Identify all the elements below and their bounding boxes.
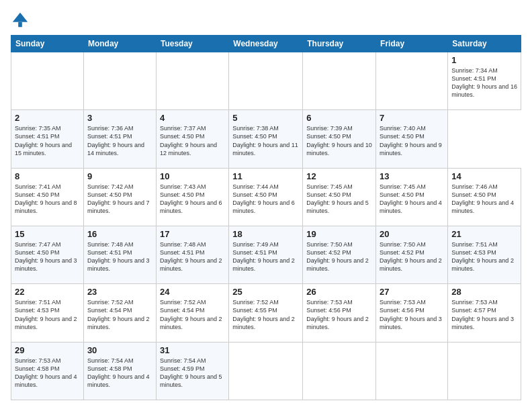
calendar-cell: 21 Sunrise: 7:51 AM Sunset: 4:53 PM Dayl…	[448, 226, 521, 283]
day-number: 6	[306, 113, 372, 123]
day-number: 10	[160, 171, 225, 181]
day-info: Sunrise: 7:43 AM Sunset: 4:50 PM Dayligh…	[160, 183, 225, 216]
day-number: 4	[160, 113, 225, 123]
calendar-cell: 30 Sunrise: 7:54 AM Sunset: 4:58 PM Dayl…	[83, 342, 156, 400]
th-sunday: Sunday	[11, 36, 84, 52]
calendar-cell: 14 Sunrise: 7:46 AM Sunset: 4:50 PM Dayl…	[448, 168, 521, 226]
day-info: Sunrise: 7:48 AM Sunset: 4:51 PM Dayligh…	[160, 240, 225, 273]
calendar-cell: 15 Sunrise: 7:47 AM Sunset: 4:50 PM Dayl…	[11, 226, 84, 283]
calendar-cell: 1 Sunrise: 7:34 AM Sunset: 4:51 PM Dayli…	[448, 52, 521, 110]
calendar-cell	[303, 52, 376, 110]
calendar-week-row: 22 Sunrise: 7:51 AM Sunset: 4:53 PM Dayl…	[11, 284, 521, 342]
day-info: Sunrise: 7:50 AM Sunset: 4:52 PM Dayligh…	[306, 240, 372, 273]
calendar-week-row: 8 Sunrise: 7:41 AM Sunset: 4:50 PM Dayli…	[11, 168, 521, 226]
day-number: 9	[87, 171, 152, 181]
day-info: Sunrise: 7:53 AM Sunset: 4:57 PM Dayligh…	[451, 298, 517, 331]
calendar-cell: 18 Sunrise: 7:49 AM Sunset: 4:51 PM Dayl…	[229, 226, 303, 283]
svg-rect-1	[18, 22, 22, 27]
calendar-body: 1 Sunrise: 7:34 AM Sunset: 4:51 PM Dayli…	[11, 52, 521, 400]
calendar-cell: 4 Sunrise: 7:37 AM Sunset: 4:50 PM Dayli…	[156, 110, 228, 168]
calendar-cell: 29 Sunrise: 7:53 AM Sunset: 4:58 PM Dayl…	[11, 342, 84, 400]
day-info: Sunrise: 7:35 AM Sunset: 4:51 PM Dayligh…	[15, 124, 80, 157]
weekday-header-row: Sunday Monday Tuesday Wednesday Thursday…	[11, 36, 521, 52]
day-info: Sunrise: 7:45 AM Sunset: 4:50 PM Dayligh…	[306, 183, 372, 216]
page: Sunday Monday Tuesday Wednesday Thursday…	[0, 0, 532, 411]
calendar-cell: 11 Sunrise: 7:44 AM Sunset: 4:50 PM Dayl…	[229, 168, 303, 226]
th-saturday: Saturday	[448, 36, 521, 52]
day-info: Sunrise: 7:39 AM Sunset: 4:50 PM Dayligh…	[306, 124, 372, 157]
day-number: 8	[15, 171, 80, 181]
day-number: 17	[160, 229, 225, 239]
calendar-cell: 27 Sunrise: 7:53 AM Sunset: 4:56 PM Dayl…	[376, 284, 448, 342]
day-info: Sunrise: 7:52 AM Sunset: 4:55 PM Dayligh…	[232, 298, 299, 331]
logo-icon	[11, 11, 30, 30]
calendar-cell: 17 Sunrise: 7:48 AM Sunset: 4:51 PM Dayl…	[156, 226, 228, 283]
day-number: 27	[380, 287, 444, 297]
calendar-week-row: 29 Sunrise: 7:53 AM Sunset: 4:58 PM Dayl…	[11, 342, 521, 400]
day-number: 14	[451, 171, 517, 181]
calendar-cell: 8 Sunrise: 7:41 AM Sunset: 4:50 PM Dayli…	[11, 168, 84, 226]
day-number: 15	[15, 229, 80, 239]
calendar-header: Sunday Monday Tuesday Wednesday Thursday…	[11, 36, 521, 52]
day-number: 13	[380, 171, 444, 181]
svg-marker-0	[13, 13, 28, 22]
header	[11, 11, 521, 30]
calendar-cell: 22 Sunrise: 7:51 AM Sunset: 4:53 PM Dayl…	[11, 284, 84, 342]
day-number: 23	[87, 287, 152, 297]
day-number: 28	[451, 287, 517, 297]
day-info: Sunrise: 7:47 AM Sunset: 4:50 PM Dayligh…	[15, 240, 80, 273]
calendar-cell: 31 Sunrise: 7:54 AM Sunset: 4:59 PM Dayl…	[156, 342, 228, 400]
day-info: Sunrise: 7:46 AM Sunset: 4:50 PM Dayligh…	[451, 183, 517, 216]
day-number: 5	[232, 113, 299, 123]
th-monday: Monday	[83, 36, 156, 52]
day-number: 3	[87, 113, 152, 123]
day-number: 20	[380, 229, 444, 239]
calendar-cell	[229, 342, 303, 400]
calendar-cell: 19 Sunrise: 7:50 AM Sunset: 4:52 PM Dayl…	[303, 226, 376, 283]
day-number: 1	[451, 55, 517, 65]
calendar-week-row: 1 Sunrise: 7:34 AM Sunset: 4:51 PM Dayli…	[11, 52, 521, 110]
day-info: Sunrise: 7:51 AM Sunset: 4:53 PM Dayligh…	[451, 240, 517, 273]
day-info: Sunrise: 7:53 AM Sunset: 4:56 PM Dayligh…	[306, 298, 372, 331]
calendar-cell: 24 Sunrise: 7:52 AM Sunset: 4:54 PM Dayl…	[156, 284, 228, 342]
calendar-cell: 7 Sunrise: 7:40 AM Sunset: 4:50 PM Dayli…	[376, 110, 448, 168]
day-info: Sunrise: 7:52 AM Sunset: 4:54 PM Dayligh…	[87, 298, 152, 331]
day-number: 11	[232, 171, 299, 181]
day-info: Sunrise: 7:38 AM Sunset: 4:50 PM Dayligh…	[232, 124, 299, 157]
calendar-cell: 20 Sunrise: 7:50 AM Sunset: 4:52 PM Dayl…	[376, 226, 448, 283]
day-number: 18	[232, 229, 299, 239]
day-number: 21	[451, 229, 517, 239]
calendar-cell: 10 Sunrise: 7:43 AM Sunset: 4:50 PM Dayl…	[156, 168, 228, 226]
calendar-week-row: 2 Sunrise: 7:35 AM Sunset: 4:51 PM Dayli…	[11, 110, 521, 168]
logo	[11, 11, 31, 30]
day-number: 31	[160, 345, 225, 355]
day-info: Sunrise: 7:53 AM Sunset: 4:56 PM Dayligh…	[380, 298, 444, 331]
calendar-cell: 23 Sunrise: 7:52 AM Sunset: 4:54 PM Dayl…	[83, 284, 156, 342]
calendar-cell: 12 Sunrise: 7:45 AM Sunset: 4:50 PM Dayl…	[303, 168, 376, 226]
calendar-cell: 26 Sunrise: 7:53 AM Sunset: 4:56 PM Dayl…	[303, 284, 376, 342]
day-info: Sunrise: 7:50 AM Sunset: 4:52 PM Dayligh…	[380, 240, 444, 273]
calendar-cell	[303, 342, 376, 400]
day-info: Sunrise: 7:36 AM Sunset: 4:51 PM Dayligh…	[87, 124, 152, 157]
calendar-cell: 3 Sunrise: 7:36 AM Sunset: 4:51 PM Dayli…	[83, 110, 156, 168]
calendar-week-row: 15 Sunrise: 7:47 AM Sunset: 4:50 PM Dayl…	[11, 226, 521, 283]
day-info: Sunrise: 7:49 AM Sunset: 4:51 PM Dayligh…	[232, 240, 299, 273]
day-info: Sunrise: 7:52 AM Sunset: 4:54 PM Dayligh…	[160, 298, 225, 331]
calendar-cell	[376, 52, 448, 110]
day-info: Sunrise: 7:45 AM Sunset: 4:50 PM Dayligh…	[380, 183, 444, 216]
calendar-cell	[229, 52, 303, 110]
day-number: 22	[15, 287, 80, 297]
calendar-cell	[376, 342, 448, 400]
th-friday: Friday	[376, 36, 448, 52]
day-info: Sunrise: 7:42 AM Sunset: 4:50 PM Dayligh…	[87, 183, 152, 216]
calendar-cell: 28 Sunrise: 7:53 AM Sunset: 4:57 PM Dayl…	[448, 284, 521, 342]
day-info: Sunrise: 7:44 AM Sunset: 4:50 PM Dayligh…	[232, 183, 299, 216]
day-number: 29	[15, 345, 80, 355]
calendar-cell	[448, 342, 521, 400]
calendar-cell	[83, 52, 156, 110]
day-info: Sunrise: 7:48 AM Sunset: 4:51 PM Dayligh…	[87, 240, 152, 273]
day-number: 16	[87, 229, 152, 239]
calendar-cell: 9 Sunrise: 7:42 AM Sunset: 4:50 PM Dayli…	[83, 168, 156, 226]
day-number: 26	[306, 287, 372, 297]
calendar-table: Sunday Monday Tuesday Wednesday Thursday…	[11, 35, 521, 400]
